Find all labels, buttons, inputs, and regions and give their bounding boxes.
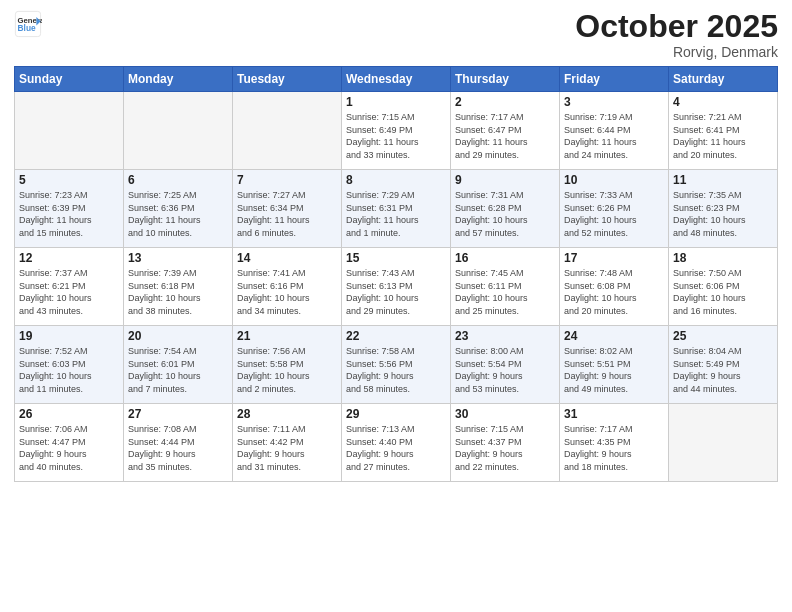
day-info: Sunrise: 7:23 AM Sunset: 6:39 PM Dayligh… [19, 189, 119, 239]
calendar-cell: 10Sunrise: 7:33 AM Sunset: 6:26 PM Dayli… [560, 170, 669, 248]
day-number: 12 [19, 251, 119, 265]
day-info: Sunrise: 7:37 AM Sunset: 6:21 PM Dayligh… [19, 267, 119, 317]
calendar-cell: 31Sunrise: 7:17 AM Sunset: 4:35 PM Dayli… [560, 404, 669, 482]
calendar-cell: 5Sunrise: 7:23 AM Sunset: 6:39 PM Daylig… [15, 170, 124, 248]
day-info: Sunrise: 7:29 AM Sunset: 6:31 PM Dayligh… [346, 189, 446, 239]
day-number: 24 [564, 329, 664, 343]
header-thursday: Thursday [451, 67, 560, 92]
calendar-cell: 29Sunrise: 7:13 AM Sunset: 4:40 PM Dayli… [342, 404, 451, 482]
day-info: Sunrise: 7:13 AM Sunset: 4:40 PM Dayligh… [346, 423, 446, 473]
day-info: Sunrise: 8:00 AM Sunset: 5:54 PM Dayligh… [455, 345, 555, 395]
svg-text:Blue: Blue [18, 23, 36, 33]
day-number: 2 [455, 95, 555, 109]
day-number: 19 [19, 329, 119, 343]
month-title: October 2025 [575, 10, 778, 42]
calendar-cell: 19Sunrise: 7:52 AM Sunset: 6:03 PM Dayli… [15, 326, 124, 404]
day-number: 20 [128, 329, 228, 343]
calendar-cell: 20Sunrise: 7:54 AM Sunset: 6:01 PM Dayli… [124, 326, 233, 404]
title-block: October 2025 Rorvig, Denmark [575, 10, 778, 60]
calendar-cell: 9Sunrise: 7:31 AM Sunset: 6:28 PM Daylig… [451, 170, 560, 248]
day-number: 9 [455, 173, 555, 187]
day-info: Sunrise: 7:56 AM Sunset: 5:58 PM Dayligh… [237, 345, 337, 395]
day-number: 27 [128, 407, 228, 421]
day-info: Sunrise: 7:21 AM Sunset: 6:41 PM Dayligh… [673, 111, 773, 161]
day-info: Sunrise: 7:15 AM Sunset: 4:37 PM Dayligh… [455, 423, 555, 473]
day-number: 28 [237, 407, 337, 421]
calendar-cell: 28Sunrise: 7:11 AM Sunset: 4:42 PM Dayli… [233, 404, 342, 482]
day-info: Sunrise: 7:52 AM Sunset: 6:03 PM Dayligh… [19, 345, 119, 395]
day-number: 10 [564, 173, 664, 187]
header-sunday: Sunday [15, 67, 124, 92]
calendar-week-5: 26Sunrise: 7:06 AM Sunset: 4:47 PM Dayli… [15, 404, 778, 482]
calendar-cell [233, 92, 342, 170]
calendar-cell: 27Sunrise: 7:08 AM Sunset: 4:44 PM Dayli… [124, 404, 233, 482]
day-info: Sunrise: 7:25 AM Sunset: 6:36 PM Dayligh… [128, 189, 228, 239]
calendar-cell: 13Sunrise: 7:39 AM Sunset: 6:18 PM Dayli… [124, 248, 233, 326]
calendar-week-3: 12Sunrise: 7:37 AM Sunset: 6:21 PM Dayli… [15, 248, 778, 326]
day-info: Sunrise: 7:17 AM Sunset: 4:35 PM Dayligh… [564, 423, 664, 473]
day-number: 25 [673, 329, 773, 343]
day-info: Sunrise: 7:54 AM Sunset: 6:01 PM Dayligh… [128, 345, 228, 395]
calendar-cell: 25Sunrise: 8:04 AM Sunset: 5:49 PM Dayli… [669, 326, 778, 404]
day-info: Sunrise: 7:58 AM Sunset: 5:56 PM Dayligh… [346, 345, 446, 395]
calendar-cell: 18Sunrise: 7:50 AM Sunset: 6:06 PM Dayli… [669, 248, 778, 326]
calendar-cell: 7Sunrise: 7:27 AM Sunset: 6:34 PM Daylig… [233, 170, 342, 248]
day-number: 1 [346, 95, 446, 109]
day-info: Sunrise: 7:45 AM Sunset: 6:11 PM Dayligh… [455, 267, 555, 317]
location: Rorvig, Denmark [575, 44, 778, 60]
day-info: Sunrise: 7:35 AM Sunset: 6:23 PM Dayligh… [673, 189, 773, 239]
day-number: 18 [673, 251, 773, 265]
day-info: Sunrise: 7:27 AM Sunset: 6:34 PM Dayligh… [237, 189, 337, 239]
calendar-cell: 16Sunrise: 7:45 AM Sunset: 6:11 PM Dayli… [451, 248, 560, 326]
calendar-cell: 21Sunrise: 7:56 AM Sunset: 5:58 PM Dayli… [233, 326, 342, 404]
day-number: 8 [346, 173, 446, 187]
day-number: 11 [673, 173, 773, 187]
day-info: Sunrise: 7:41 AM Sunset: 6:16 PM Dayligh… [237, 267, 337, 317]
header-friday: Friday [560, 67, 669, 92]
calendar-cell: 23Sunrise: 8:00 AM Sunset: 5:54 PM Dayli… [451, 326, 560, 404]
day-info: Sunrise: 7:06 AM Sunset: 4:47 PM Dayligh… [19, 423, 119, 473]
header-saturday: Saturday [669, 67, 778, 92]
day-info: Sunrise: 7:17 AM Sunset: 6:47 PM Dayligh… [455, 111, 555, 161]
day-number: 5 [19, 173, 119, 187]
header-wednesday: Wednesday [342, 67, 451, 92]
calendar-cell: 3Sunrise: 7:19 AM Sunset: 6:44 PM Daylig… [560, 92, 669, 170]
day-info: Sunrise: 7:48 AM Sunset: 6:08 PM Dayligh… [564, 267, 664, 317]
calendar-cell: 30Sunrise: 7:15 AM Sunset: 4:37 PM Dayli… [451, 404, 560, 482]
calendar-cell: 26Sunrise: 7:06 AM Sunset: 4:47 PM Dayli… [15, 404, 124, 482]
calendar-cell: 24Sunrise: 8:02 AM Sunset: 5:51 PM Dayli… [560, 326, 669, 404]
calendar-cell: 8Sunrise: 7:29 AM Sunset: 6:31 PM Daylig… [342, 170, 451, 248]
day-number: 4 [673, 95, 773, 109]
day-number: 16 [455, 251, 555, 265]
day-info: Sunrise: 7:15 AM Sunset: 6:49 PM Dayligh… [346, 111, 446, 161]
calendar-cell: 22Sunrise: 7:58 AM Sunset: 5:56 PM Dayli… [342, 326, 451, 404]
calendar-cell: 11Sunrise: 7:35 AM Sunset: 6:23 PM Dayli… [669, 170, 778, 248]
weekday-header-row: Sunday Monday Tuesday Wednesday Thursday… [15, 67, 778, 92]
day-info: Sunrise: 7:39 AM Sunset: 6:18 PM Dayligh… [128, 267, 228, 317]
day-number: 29 [346, 407, 446, 421]
page: General Blue October 2025 Rorvig, Denmar… [0, 0, 792, 612]
day-info: Sunrise: 7:11 AM Sunset: 4:42 PM Dayligh… [237, 423, 337, 473]
logo-icon: General Blue [14, 10, 42, 38]
header-monday: Monday [124, 67, 233, 92]
calendar-week-2: 5Sunrise: 7:23 AM Sunset: 6:39 PM Daylig… [15, 170, 778, 248]
day-number: 7 [237, 173, 337, 187]
calendar-cell: 6Sunrise: 7:25 AM Sunset: 6:36 PM Daylig… [124, 170, 233, 248]
day-number: 6 [128, 173, 228, 187]
calendar-cell: 17Sunrise: 7:48 AM Sunset: 6:08 PM Dayli… [560, 248, 669, 326]
day-number: 23 [455, 329, 555, 343]
calendar-cell: 1Sunrise: 7:15 AM Sunset: 6:49 PM Daylig… [342, 92, 451, 170]
day-number: 15 [346, 251, 446, 265]
calendar-week-4: 19Sunrise: 7:52 AM Sunset: 6:03 PM Dayli… [15, 326, 778, 404]
day-number: 22 [346, 329, 446, 343]
day-number: 3 [564, 95, 664, 109]
calendar-cell [669, 404, 778, 482]
day-info: Sunrise: 7:33 AM Sunset: 6:26 PM Dayligh… [564, 189, 664, 239]
day-info: Sunrise: 7:08 AM Sunset: 4:44 PM Dayligh… [128, 423, 228, 473]
day-info: Sunrise: 7:31 AM Sunset: 6:28 PM Dayligh… [455, 189, 555, 239]
day-number: 17 [564, 251, 664, 265]
day-number: 14 [237, 251, 337, 265]
calendar-table: Sunday Monday Tuesday Wednesday Thursday… [14, 66, 778, 482]
header-tuesday: Tuesday [233, 67, 342, 92]
calendar-cell [124, 92, 233, 170]
